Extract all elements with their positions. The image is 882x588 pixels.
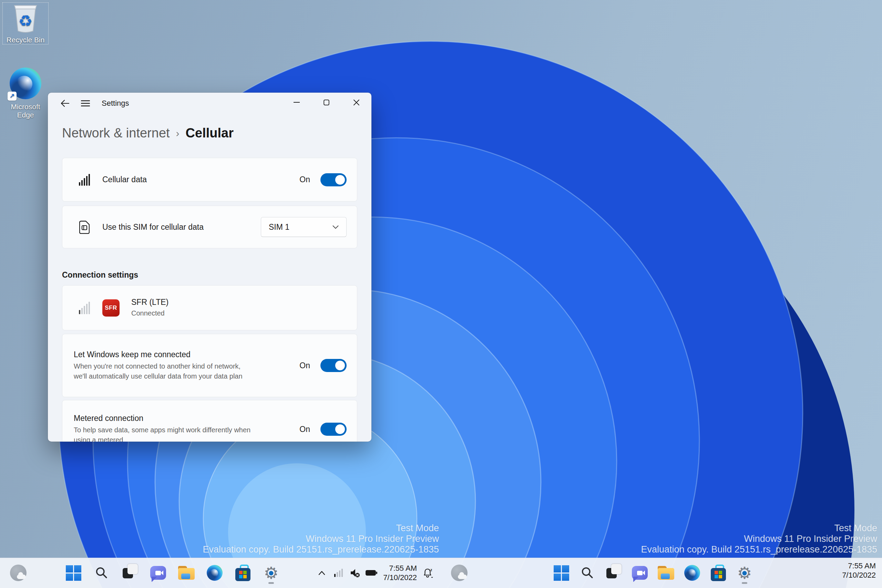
- connection-card[interactable]: SFR SFR (LTE) Connected: [62, 285, 357, 330]
- shortcut-arrow-icon: ↗: [8, 92, 16, 100]
- search-icon: [580, 566, 594, 580]
- desktop-icon-label: Recycle Bin: [3, 36, 48, 44]
- toggle-state-label: On: [299, 425, 310, 434]
- battery-icon: [365, 568, 378, 578]
- edge-button[interactable]: [204, 561, 225, 585]
- evaluation-watermark: Test ModeWindows 11 Pro Insider PreviewE…: [203, 523, 439, 555]
- carrier-logo: SFR: [102, 299, 120, 316]
- chevron-up-icon: [318, 570, 326, 576]
- clock-date: 7/10/2022: [842, 570, 876, 580]
- window-title: Settings: [102, 99, 129, 108]
- edge-icon: [207, 565, 223, 581]
- setting-label: Use this SIM for cellular data: [102, 222, 204, 232]
- sim-dropdown-value: SIM 1: [269, 222, 333, 232]
- page-title: Cellular: [186, 126, 234, 141]
- desktop-icon-label: Microsoft Edge: [3, 103, 48, 119]
- desktop-icon-microsoft-edge[interactable]: ↗ Microsoft Edge: [3, 68, 48, 119]
- file-explorer-icon: [658, 566, 674, 580]
- desktop-icon-recycle-bin[interactable]: ♻ Recycle Bin: [3, 3, 48, 44]
- search-icon: [95, 566, 108, 580]
- settings-button[interactable]: ⚙: [261, 561, 282, 585]
- store-button[interactable]: [232, 561, 254, 585]
- breadcrumb-parent[interactable]: Network & internet: [62, 126, 170, 141]
- metered-connection-toggle[interactable]: [320, 423, 346, 436]
- file-explorer-icon: [178, 566, 195, 580]
- setting-description: When you're not connected to another kin…: [74, 362, 253, 381]
- title-bar: Settings: [48, 93, 371, 114]
- clock-time: 7:55 AM: [383, 564, 417, 573]
- maximize-button[interactable]: [312, 93, 341, 112]
- toggle-state-label: On: [299, 361, 310, 370]
- hidden-icons-button[interactable]: [314, 561, 330, 585]
- sim-select-card: Use this SIM for cellular data SIM 1: [62, 206, 357, 248]
- connection-signal-icon: [78, 302, 91, 314]
- chat-icon: [150, 566, 166, 580]
- keep-connected-card: Let Windows keep me connected When you'r…: [62, 334, 357, 397]
- setting-label: Cellular data: [102, 175, 147, 184]
- widgets-weather-icon: [451, 565, 468, 581]
- widgets-button[interactable]: [8, 561, 29, 585]
- chat-button[interactable]: [147, 561, 169, 585]
- minimize-button[interactable]: [282, 93, 312, 112]
- store-button[interactable]: [708, 561, 729, 585]
- file-explorer-button[interactable]: [176, 561, 197, 585]
- store-icon: [236, 565, 250, 581]
- taskbar: ⚙ 7:55 AM 7/10/2022: [0, 558, 882, 588]
- hamburger-icon: [81, 100, 90, 107]
- task-view-button[interactable]: [603, 561, 624, 585]
- battery-tray-button[interactable]: [363, 561, 380, 585]
- notification-center-button[interactable]: z: [420, 561, 437, 585]
- file-explorer-button[interactable]: [655, 561, 676, 585]
- cellular-signal-icon: [334, 569, 343, 577]
- cellular-data-toggle[interactable]: [320, 173, 346, 186]
- connection-name: SFR (LTE): [131, 298, 168, 307]
- focus-assist-bell-icon: z: [423, 567, 435, 578]
- sim-dropdown[interactable]: SIM 1: [261, 217, 346, 237]
- sim-card-icon: [78, 220, 91, 234]
- volume-tray-button[interactable]: [346, 561, 363, 585]
- task-view-button[interactable]: [119, 561, 141, 585]
- windows-logo-icon: [554, 565, 569, 581]
- connection-status: Connected: [131, 308, 168, 318]
- navigation-menu-button[interactable]: [78, 96, 93, 111]
- desktop: ♻ Recycle Bin ↗ Microsoft Edge Settings: [0, 0, 882, 588]
- metered-connection-card: Metered connection To help save data, so…: [62, 400, 357, 442]
- secondary-clock: 7:55 AM 7/10/2022: [838, 561, 879, 580]
- settings-gear-icon: ⚙: [264, 565, 278, 581]
- search-button[interactable]: [577, 561, 598, 585]
- system-tray: 7:55 AM 7/10/2022 z: [314, 561, 437, 585]
- close-button[interactable]: [341, 93, 371, 112]
- setting-description: To help save data, some apps might work …: [74, 425, 253, 442]
- maximize-icon: [324, 99, 329, 105]
- start-button[interactable]: [63, 561, 84, 585]
- edge-icon: [684, 565, 700, 581]
- widgets-button[interactable]: [448, 561, 470, 585]
- taskbar-clock[interactable]: 7:55 AM 7/10/2022: [838, 561, 879, 580]
- settings-gear-icon: ⚙: [737, 565, 752, 581]
- edge-icon: ↗: [10, 68, 41, 99]
- taskbar-center-icons: ⚙: [550, 561, 755, 585]
- chat-button[interactable]: [629, 561, 651, 585]
- start-button[interactable]: [550, 561, 572, 585]
- chevron-down-icon: [333, 225, 339, 229]
- breadcrumb-separator-icon: ›: [176, 128, 180, 139]
- taskbar-clock[interactable]: 7:55 AM 7/10/2022: [380, 564, 420, 582]
- keep-connected-toggle[interactable]: [320, 359, 346, 372]
- store-icon: [711, 565, 726, 581]
- cellular-tray-button[interactable]: [330, 561, 346, 585]
- taskbar-center-icons: ⚙: [63, 561, 282, 585]
- running-indicator: [268, 582, 274, 584]
- settings-button[interactable]: ⚙: [734, 561, 755, 585]
- edge-button[interactable]: [681, 561, 703, 585]
- chat-icon: [632, 566, 648, 580]
- section-header: Connection settings: [62, 270, 357, 280]
- settings-window: Settings Network & internet › Cellular: [48, 93, 371, 442]
- svg-text:z: z: [430, 568, 432, 572]
- setting-label: Metered connection: [74, 414, 267, 423]
- search-button[interactable]: [91, 561, 112, 585]
- cellular-data-card: Cellular data On: [62, 158, 357, 201]
- back-button[interactable]: [57, 96, 72, 111]
- recycle-bin-icon: ♻: [12, 3, 39, 33]
- close-icon: [354, 99, 359, 105]
- windows-logo-icon: [66, 565, 81, 581]
